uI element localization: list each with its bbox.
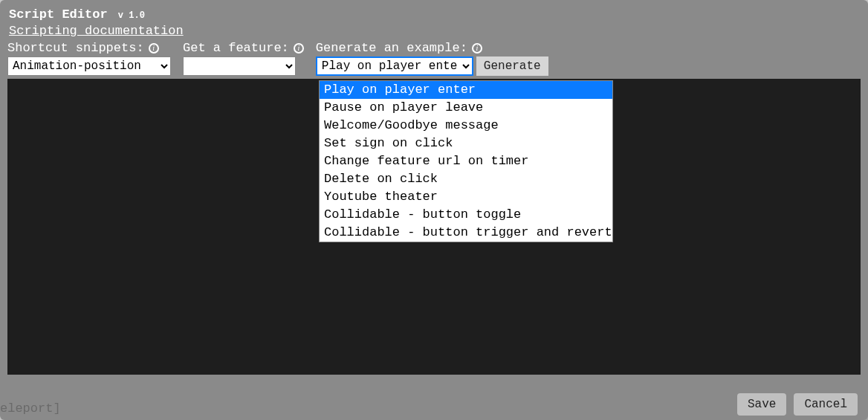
app-title: Script Editor [9, 7, 108, 22]
example-option[interactable]: Collidable - button toggle [320, 206, 612, 224]
title-line: Script Editor v 1.0 [9, 7, 859, 22]
example-option[interactable]: Pause on player leave [320, 99, 612, 117]
app-version: v 1.0 [118, 10, 145, 21]
footer: eleport] Save Cancel [0, 393, 858, 416]
example-option[interactable]: Change feature url on timer [320, 152, 612, 170]
help-icon[interactable]: i [472, 43, 482, 54]
generate-button[interactable]: Generate [476, 56, 548, 76]
snippet-label: Shortcut snippets: i [7, 41, 171, 55]
background-fragment: eleport] [0, 401, 61, 416]
documentation-link[interactable]: Scripting documentation [9, 24, 184, 38]
example-option[interactable]: Delete on click [320, 170, 612, 188]
example-option[interactable]: Set sign on click [320, 135, 612, 152]
cancel-button[interactable]: Cancel [794, 393, 858, 416]
feature-select[interactable] [183, 56, 296, 76]
example-option[interactable]: Welcome/Goodbye message [320, 117, 612, 135]
example-option[interactable]: Play on player enter [320, 81, 612, 99]
snippet-select[interactable]: Animation-position [7, 56, 171, 76]
toolbar: Shortcut snippets: i Animation-position … [0, 41, 868, 79]
help-icon[interactable]: i [294, 43, 304, 54]
header: Script Editor v 1.0 Scripting documentat… [0, 0, 868, 41]
feature-group: Get a feature: i [183, 41, 304, 76]
example-group: Generate an example: i Play on player en… [316, 41, 548, 76]
example-label: Generate an example: i [316, 41, 548, 55]
example-option[interactable]: Collidable - button trigger and revert [320, 224, 612, 242]
example-select[interactable]: Play on player enter [316, 56, 473, 76]
help-icon[interactable]: i [149, 43, 159, 54]
example-option[interactable]: Youtube theater [320, 188, 612, 206]
snippet-group: Shortcut snippets: i Animation-position [7, 41, 171, 76]
example-dropdown-list[interactable]: Play on player enterPause on player leav… [319, 80, 613, 242]
feature-label: Get a feature: i [183, 41, 304, 55]
save-button[interactable]: Save [737, 393, 786, 416]
